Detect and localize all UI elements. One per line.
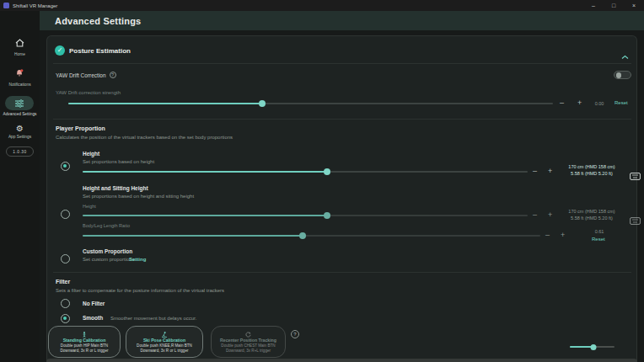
standing-calibration-card[interactable]: Standing Calibration Double push HIP Mai… (48, 326, 121, 358)
yaw-strength-label: YAW Drift correction strength (56, 90, 121, 95)
body-leg-ratio-slider[interactable] (83, 232, 540, 239)
smooth-strength-mini-slider[interactable] (570, 343, 614, 350)
radio-no-filter[interactable] (61, 299, 70, 308)
close-button[interactable]: × (624, 0, 644, 11)
ski-pose-calibration-card[interactable]: Ski Pose Calibration Double push KNEE,R … (126, 326, 203, 358)
recenter-position-tracking-line2: Downward, 3x R+L trigger (226, 349, 271, 354)
sidebar-label-notifications: Notifications (8, 83, 30, 88)
slider-handle[interactable] (324, 212, 330, 219)
custom-proportion-setting-link[interactable]: Setting (129, 257, 146, 262)
gear-icon: ⚙ (16, 125, 24, 133)
slider-handle[interactable] (259, 100, 266, 107)
slider-handle[interactable] (590, 344, 596, 350)
recenter-position-tracking-title: Recenter Position Tracking (220, 338, 276, 343)
sidebar: Home Notifications Advanced Settings ⚙ A… (0, 11, 40, 362)
tune-sliders-icon (14, 96, 24, 111)
no-filter-label: No Filter (83, 301, 105, 306)
bell-icon (15, 66, 24, 81)
recenter-refresh-icon (245, 332, 251, 338)
yaw-strength-slider[interactable] (68, 100, 553, 107)
section-title: Posture Estimation (69, 47, 131, 55)
page-header: Advanced Settings (40, 11, 644, 30)
ratio-reset-link[interactable]: Reset (592, 237, 605, 242)
version-badge: 1.0.30 (6, 146, 34, 157)
ratio-minus-button[interactable]: – (545, 232, 550, 239)
custom-proportion-desc: Set custom proportions. (83, 257, 136, 262)
sidebar-item-notifications[interactable]: Notifications (8, 66, 30, 88)
sidebar-label-app-settings: App Settings (8, 135, 31, 140)
slider-handle[interactable] (299, 232, 306, 239)
home-icon (15, 35, 24, 51)
sitting-height-sublabel: Height (83, 204, 96, 209)
sitting-height-plus-button[interactable]: + (548, 211, 552, 219)
sitting-height-slider[interactable] (83, 212, 528, 219)
page-title: Advanced Settings (55, 16, 141, 26)
sidebar-label-advanced-settings: Advanced Settings (3, 112, 36, 117)
player-proportion-title: Player Proportion (56, 125, 105, 131)
ratio-value: 0.61 (574, 228, 625, 235)
yaw-plus-button[interactable]: + (577, 99, 582, 107)
recenter-position-tracking-card[interactable]: Recenter Position Tracking Double push C… (211, 326, 286, 358)
section-enabled-check-icon: ✓ (55, 45, 65, 56)
slider-handle[interactable] (324, 168, 330, 175)
keyboard-input-icon[interactable] (630, 213, 641, 228)
ski-pose-icon (161, 332, 168, 338)
divider (53, 272, 631, 273)
ski-pose-calibration-title: Ski Pose Calibration (143, 338, 185, 343)
sidebar-item-app-settings[interactable]: ⚙ App Settings (8, 125, 31, 140)
sitting-height-minus-button[interactable]: – (533, 211, 537, 219)
window-title: Shiftall VR Manager (13, 3, 57, 8)
height-value: 170 cm (HMD 158 cm) 5.58 ft (HMD 5.20 ft… (555, 163, 629, 177)
minimize-button[interactable]: – (583, 0, 604, 11)
radio-custom-proportion[interactable] (61, 254, 70, 264)
ratio-plus-button[interactable]: + (561, 232, 565, 239)
posture-estimation-panel: ✓ Posture Estimation YAW Drift Correctio… (46, 35, 637, 362)
standing-calibration-line2: Downward, 3x R or L trigger (60, 349, 108, 354)
calibration-help-icon[interactable]: ? (291, 330, 299, 338)
divider (53, 119, 631, 120)
height-slider[interactable] (83, 168, 528, 175)
player-proportion-subtitle: Calculates the position of the virtual t… (56, 135, 233, 140)
sidebar-label-home: Home (14, 52, 25, 57)
smooth-label: Smooth (83, 315, 103, 321)
height-value-ft: 5.58 ft (HMD 5.20 ft) (555, 170, 629, 177)
sitting-height-value-cm: 170 cm (HMD 158 cm) (555, 208, 629, 215)
active-nav-pill (5, 96, 34, 110)
ski-pose-calibration-line2: Downward, 3x R or L trigger (140, 349, 188, 354)
height-minus-button[interactable]: – (533, 168, 537, 175)
standing-person-icon (82, 332, 87, 338)
height-label: Height (83, 151, 99, 157)
yaw-reset-link[interactable]: Reset (614, 100, 628, 105)
body-leg-ratio-label: Body/Leg Length Ratio (83, 223, 130, 228)
height-desc: Set proportions based on height (83, 159, 154, 164)
next-section-peek (46, 359, 637, 362)
radio-smooth[interactable] (61, 314, 70, 323)
yaw-help-icon[interactable]: ? (110, 72, 116, 78)
maximize-button[interactable]: □ (604, 0, 624, 11)
standing-calibration-title: Standing Calibration (63, 338, 106, 343)
height-plus-button[interactable]: + (548, 168, 552, 175)
radio-height[interactable] (61, 162, 70, 171)
yaw-drift-row: YAW Drift Correction ? (56, 72, 116, 78)
height-sitting-desc: Set proportions based on height and sitt… (83, 194, 194, 199)
title-bar: Shiftall VR Manager – □ × (0, 0, 644, 11)
sidebar-item-advanced-settings[interactable]: Advanced Settings (3, 96, 36, 117)
yaw-minus-button[interactable]: – (560, 99, 564, 107)
sidebar-item-home[interactable]: Home (14, 35, 25, 57)
filter-title: Filter (56, 279, 70, 285)
sitting-height-value: 170 cm (HMD 158 cm) 5.58 ft (HMD 5.20 ft… (555, 208, 629, 221)
yaw-drift-toggle[interactable] (614, 71, 631, 79)
sitting-height-value-ft: 5.58 ft (HMD 5.20 ft) (555, 215, 629, 221)
yaw-drift-label: YAW Drift Correction (56, 72, 106, 78)
radio-height-sitting[interactable] (61, 210, 70, 219)
keyboard-input-icon[interactable] (630, 168, 641, 184)
custom-proportion-label: Custom Proportion (83, 248, 132, 254)
app-window: Shiftall VR Manager – □ × Home Notificat… (0, 0, 644, 362)
height-value-cm: 170 cm (HMD 158 cm) (555, 163, 629, 170)
height-sitting-label: Height and Sitting Height (83, 185, 148, 191)
divider (53, 63, 631, 64)
smooth-desc: Smoother movement but delays occur. (110, 316, 196, 321)
filter-subtitle: Sets a filter to compensate for the post… (56, 288, 224, 293)
collapse-chevron-up-icon[interactable] (621, 48, 629, 63)
app-logo-icon (3, 3, 9, 8)
